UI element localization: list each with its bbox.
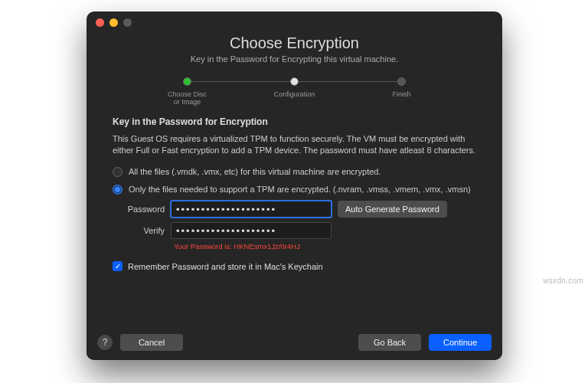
checkbox-checked-icon: ✓ (113, 261, 122, 271)
radio-label: Only the files needed to support a TPM a… (129, 184, 471, 195)
verify-row: Verify (113, 222, 476, 239)
minimize-icon[interactable] (109, 18, 118, 27)
dialog-footer: ? Cancel Go Back Continue (87, 325, 502, 360)
help-button[interactable]: ? (97, 335, 113, 350)
remember-row[interactable]: ✓ Remember Password and store it in Mac'… (113, 261, 476, 271)
verify-input[interactable] (171, 222, 332, 239)
password-input[interactable] (171, 201, 332, 218)
section-heading: Key in the Password for Encryption (113, 116, 476, 127)
radio-label: All the files (.vmdk, .vmx, etc) for thi… (129, 166, 381, 178)
radio-full-encryption[interactable]: All the files (.vmdk, .vmx, etc) for thi… (113, 166, 476, 178)
remember-label: Remember Password and store it in Mac's … (128, 262, 323, 271)
continue-button[interactable]: Continue (429, 334, 492, 351)
verify-label: Verify (113, 226, 165, 235)
titlebar (87, 11, 502, 33)
step-choose-disc: Choose Disc or Image (134, 77, 241, 106)
radio-icon (113, 185, 122, 195)
dialog-subtitle: Key in the Password for Encrypting this … (102, 54, 487, 64)
password-row: Password Auto Generate Password (113, 201, 476, 218)
password-hint: Your Password is: HKNEsmx1Jz/0r4HJ (174, 242, 476, 250)
step-configuration: Configuration (241, 77, 348, 98)
step-label: Configuration (241, 90, 348, 98)
progress-stepper: Choose Disc or Image Configuration Finis… (134, 77, 456, 106)
dialog-header: Choose Encryption Key in the Password fo… (87, 34, 502, 64)
dialog-window: Choose Encryption Key in the Password fo… (87, 11, 502, 360)
dialog-title: Choose Encryption (102, 34, 487, 52)
radio-icon (113, 167, 122, 177)
go-back-button[interactable]: Go Back (358, 334, 421, 351)
auto-generate-button[interactable]: Auto Generate Password (338, 201, 447, 218)
close-icon[interactable] (96, 18, 104, 27)
step-label: Finish (348, 90, 456, 98)
step-finish: Finish (348, 77, 456, 98)
step-label: Choose Disc or Image (134, 90, 241, 106)
radio-fast-encryption[interactable]: Only the files needed to support a TPM a… (113, 184, 476, 195)
section-description: This Guest OS requires a virtualized TPM… (113, 133, 476, 157)
maximize-icon (123, 18, 132, 27)
content-area: Key in the Password for Encryption This … (87, 106, 502, 271)
encryption-mode-group: All the files (.vmdk, .vmx, etc) for thi… (113, 166, 476, 195)
cancel-button[interactable]: Cancel (120, 334, 183, 351)
password-label: Password (113, 205, 165, 214)
watermark: wsxdn.com (543, 277, 583, 285)
